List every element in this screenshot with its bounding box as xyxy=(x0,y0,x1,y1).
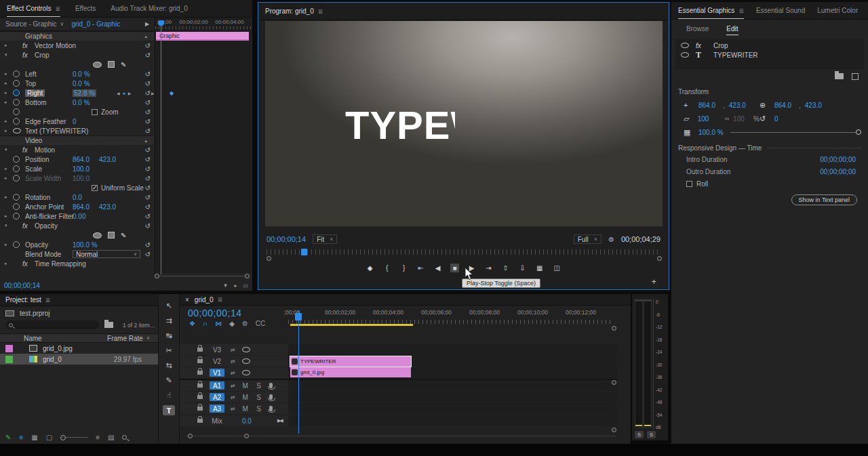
add-marker-icon[interactable]: ◆ xyxy=(229,320,235,327)
scroll-handle-left[interactable] xyxy=(155,274,159,278)
mark-out-icon[interactable]: } xyxy=(399,264,408,272)
property-value[interactable]: 0.0 xyxy=(73,194,82,201)
track-target-label[interactable]: V3 xyxy=(210,346,224,354)
reset-icon[interactable]: ↺ xyxy=(145,108,151,116)
checkbox[interactable] xyxy=(92,109,98,115)
mute-button[interactable]: M xyxy=(242,405,249,413)
project-file-name[interactable]: test.prproj xyxy=(20,310,50,317)
layer-name[interactable]: Crop xyxy=(713,42,728,49)
settings-wrench-icon[interactable]: ⚙ xyxy=(608,236,614,243)
track-target-label[interactable]: V1 xyxy=(210,369,224,377)
panel-menu-icon[interactable]: ≣ xyxy=(218,296,223,303)
mini-timeline-playhead[interactable] xyxy=(161,20,161,274)
reset-icon[interactable]: ↺ xyxy=(145,99,151,106)
roll-checkbox[interactable] xyxy=(686,181,692,187)
reset-icon[interactable]: ↺ xyxy=(145,241,151,249)
play-audio-icon[interactable]: ▸ xyxy=(234,283,237,289)
mute-button[interactable]: M xyxy=(242,394,249,401)
sync-lock-icon[interactable]: ⇄ xyxy=(231,383,235,389)
program-mini-timeline[interactable] xyxy=(267,249,660,255)
reset-icon[interactable]: ↺ xyxy=(145,127,151,135)
rect-mask-icon[interactable] xyxy=(108,232,115,239)
property-value[interactable]: 100.0 % xyxy=(73,241,98,249)
stopwatch-icon[interactable] xyxy=(13,175,22,182)
list-view-icon[interactable]: ≡ xyxy=(19,434,23,441)
tab-effect-controls[interactable]: Effect Controls≣ xyxy=(7,5,60,12)
reset-icon[interactable]: ↺ xyxy=(145,165,151,173)
opacity-slider-handle[interactable] xyxy=(856,129,861,135)
export-icon[interactable]: ▭ xyxy=(243,283,248,289)
property-value[interactable]: 864.0 xyxy=(73,156,90,163)
search-input[interactable] xyxy=(5,320,99,329)
effect-controls-mini-timeline[interactable]: ;00;00 00;00;02;00 00;00;04;00 Graphic ◆… xyxy=(155,18,251,273)
reset-icon[interactable]: ↺ xyxy=(145,51,151,59)
track-lock-icon[interactable] xyxy=(197,419,203,423)
position-x-value[interactable]: 864.0 xyxy=(698,102,722,109)
find-icon[interactable] xyxy=(122,435,127,440)
panel-menu-icon[interactable]: ≣ xyxy=(45,297,51,304)
project-item-row[interactable]: grid_0.jpg xyxy=(0,343,158,354)
reset-icon[interactable]: ↺ xyxy=(145,42,151,49)
position-y-value[interactable]: 423.0 xyxy=(729,102,752,109)
timeline-playhead[interactable] xyxy=(298,310,299,434)
property-value[interactable]: 864.0 xyxy=(73,203,90,211)
panel-menu-icon[interactable]: ≣ xyxy=(738,7,744,14)
voiceover-record-icon[interactable] xyxy=(269,406,273,411)
reset-icon[interactable]: ↺ xyxy=(145,184,151,192)
label-color-chip[interactable] xyxy=(5,345,13,352)
vertical-scroll-handle[interactable] xyxy=(612,380,616,385)
export-frame-icon[interactable]: ▦ xyxy=(535,264,544,272)
expander-icon[interactable]: ▸ xyxy=(5,166,13,171)
reset-icon[interactable]: ↺ xyxy=(145,70,151,78)
graphics-layer-row[interactable]: T TYPEWRITER xyxy=(675,50,864,60)
track-output-eye-icon[interactable] xyxy=(242,358,250,365)
freeform-view-icon[interactable]: ▢ xyxy=(46,434,52,441)
mix-level-value[interactable]: 0.0 xyxy=(242,417,252,425)
close-tab-icon[interactable]: × xyxy=(185,296,189,304)
stopwatch-icon[interactable] xyxy=(13,165,22,172)
rotation-value[interactable]: 0 xyxy=(774,115,797,123)
expander-icon[interactable]: ▸ xyxy=(5,43,13,48)
property-value[interactable]: 100.0 xyxy=(73,165,90,173)
item-name[interactable]: grid_0.jpg xyxy=(43,345,73,352)
filter-properties-icon[interactable]: ▼ xyxy=(223,283,229,289)
checkbox[interactable] xyxy=(92,185,98,191)
panel-menu-icon[interactable]: ≣ xyxy=(318,8,323,15)
selection-tool[interactable]: ↖ xyxy=(163,301,175,311)
property-value[interactable]: 52.8 % xyxy=(73,89,96,97)
vertical-scroll-handle[interactable] xyxy=(612,326,616,331)
new-layer-icon[interactable] xyxy=(852,73,859,80)
linked-selection-icon[interactable]: ⋈ xyxy=(215,320,222,327)
mini-timeline-ruler[interactable]: ;00;00 00;00;02;00 00;00;04;00 xyxy=(155,18,251,26)
chevron-down-icon[interactable]: ∨ xyxy=(60,21,64,27)
tab-effects[interactable]: Effects xyxy=(75,5,96,12)
button-editor-icon[interactable]: + xyxy=(651,276,656,287)
visibility-eye-icon[interactable] xyxy=(681,42,696,49)
anchor-x-value[interactable]: 864.0 xyxy=(774,102,797,109)
keyframe-diamond-icon[interactable]: ◆ xyxy=(170,90,174,96)
captions-icon[interactable]: CC xyxy=(256,320,265,327)
track-lock-icon[interactable] xyxy=(197,395,203,399)
new-folder-icon[interactable] xyxy=(835,73,844,79)
expander-icon[interactable]: ▸ xyxy=(5,100,13,105)
solo-button[interactable]: S xyxy=(256,405,262,413)
mini-timeline-handle-left[interactable] xyxy=(267,256,271,261)
property-value[interactable]: 0.0 % xyxy=(73,80,90,87)
automate-to-sequence-icon[interactable]: ▤ xyxy=(108,434,114,441)
mute-button[interactable]: M xyxy=(242,382,249,390)
track-select-forward-tool[interactable]: ⇉ xyxy=(163,316,175,326)
property-value[interactable]: 0.0 % xyxy=(73,99,90,106)
solo-right-button[interactable]: S xyxy=(647,431,656,438)
thumbnail-zoom-slider[interactable] xyxy=(60,437,87,438)
track-lock-icon[interactable] xyxy=(197,348,203,352)
graphics-layer-row[interactable]: fx Crop xyxy=(675,41,864,50)
stopwatch-icon[interactable] xyxy=(13,203,22,210)
mini-timeline-handle-right[interactable] xyxy=(657,256,662,261)
stopwatch-icon[interactable] xyxy=(13,128,22,133)
solo-button[interactable]: S xyxy=(256,382,262,390)
project-item-row[interactable]: grid_0 29.97 fps xyxy=(0,354,158,365)
work-area-bar[interactable] xyxy=(290,324,413,326)
track-output-eye-icon[interactable] xyxy=(242,346,250,354)
timeline-hscrollbar[interactable] xyxy=(186,434,616,438)
property-value-2[interactable]: 423.0 xyxy=(99,156,116,163)
